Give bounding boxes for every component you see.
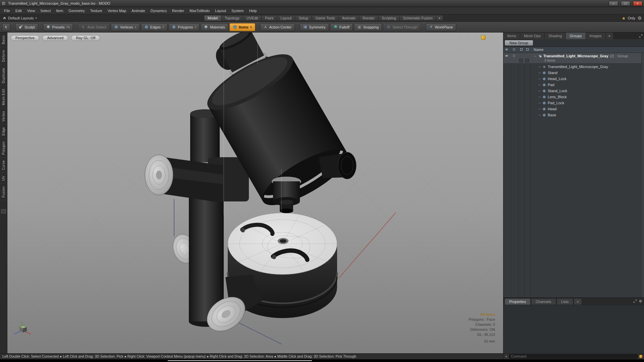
layout-tab-animate[interactable]: Animate [338,15,359,21]
sculpt-button[interactable]: Sculpt [15,23,38,31]
new-group-button[interactable]: New Group [504,40,533,46]
menu-edit[interactable]: Edit [13,7,24,14]
tab-mesh-ops[interactable]: Mesh Ops [520,33,545,39]
add-properties-tab-button[interactable]: + [574,298,582,305]
tree-item-lens-block[interactable]: Lens_Block [503,94,644,100]
gear-icon[interactable] [637,16,642,20]
menu-select[interactable]: Select [38,7,53,14]
view-type-button[interactable]: Perspective [11,35,39,41]
tree-item-stand[interactable]: Stand [503,70,644,76]
collapse-expander[interactable]: − [534,54,537,58]
lock-column-icon[interactable] [526,48,529,51]
filter-column-icon[interactable] [520,48,523,51]
tree-item-pad[interactable]: Pad [503,82,644,88]
visibility-column-eye-icon[interactable] [505,48,508,51]
viewport-settings-gear-icon[interactable] [488,35,494,40]
tree-item-transmitted-light-microscope-gray[interactable]: Transmitted_Light_Microscope_Gray [503,64,644,70]
tab-uv[interactable]: UV [0,173,7,184]
edges-mode-button[interactable]: Edges2 [141,23,167,31]
panel-expand-icon[interactable] [639,34,643,38]
vertices-mode-button[interactable]: Vertices1 [111,23,140,31]
tree-item-pad-lock[interactable]: Pad_Lock [503,100,644,106]
command-indicator[interactable] [639,355,643,358]
layout-tab-render[interactable]: Render [359,15,378,21]
maximize-button[interactable]: □ [621,1,630,6]
symmetry-button[interactable]: Symmetry [300,23,329,31]
tab-polygon[interactable]: Polygon [0,139,7,158]
properties-gear-icon[interactable] [639,299,642,303]
close-button[interactable]: × [633,1,642,6]
tab-groups[interactable]: Groups [566,33,586,39]
add-panel-tab-button[interactable]: + [606,33,613,39]
tab-fusion[interactable]: Fusion [0,184,7,200]
menu-maxtomodo[interactable]: MaxToModo [187,7,212,14]
eye-icon[interactable] [505,54,508,58]
layout-tab-schematic-fusion[interactable]: Schematic Fusion [399,15,436,21]
gl-shading-icon[interactable] [481,35,486,40]
tree-item-base[interactable]: Base [503,112,644,118]
layout-tab-game-tools[interactable]: Game Tools [312,15,338,21]
tab-edge[interactable]: Edge [0,124,7,138]
items-mode-button[interactable]: Items5 [229,23,255,31]
menu-geometry[interactable]: Geometry [66,7,87,14]
menu-help[interactable]: Help [247,7,260,14]
tree-item-head[interactable]: Head [503,106,644,112]
tree-item-head-lock[interactable]: Head_Lock [503,76,644,82]
tree-scrollbar[interactable] [641,53,644,297]
shading-mode-button[interactable]: Advanced [42,35,68,41]
properties-expand-icon[interactable] [633,299,637,303]
name-column-header[interactable]: Name [534,48,543,52]
workplane-button[interactable]: WorkPlane [426,23,457,31]
menu-view[interactable]: View [24,7,38,14]
layouts-dropdown[interactable]: Default Layouts ▾ [0,16,37,20]
tool-pointer-button[interactable] [2,23,10,31]
panel-drag-handle[interactable] [1,209,6,214]
tab-shading[interactable]: Shading [545,33,566,39]
layout-tab-layout[interactable]: Layout [277,15,295,21]
tab-images[interactable]: Images [586,33,606,39]
polygons-mode-button[interactable]: Polygons3 [168,23,200,31]
tab-duplicate[interactable]: Duplicate [0,65,7,86]
pan-icon[interactable] [458,35,463,40]
command-prompt-icon[interactable] [505,355,508,358]
tab-lists[interactable]: Lists [556,298,574,305]
orbit-icon[interactable] [465,35,471,40]
tree-item-stand-lock[interactable]: Stand_Lock [503,88,644,94]
tab-items[interactable]: Items [503,33,520,39]
tab-mesh-edit[interactable]: Mesh Edit [0,86,7,108]
tab-curve[interactable]: Curve [0,158,7,173]
select-through-button[interactable]: Select Through [383,23,421,31]
group-row[interactable]: − Transmitted_Light_Microscope_Gray (2) … [503,53,644,64]
tab-basic[interactable]: Basic [0,33,7,47]
checkbox-icon[interactable] [525,59,529,62]
action-center-button[interactable]: Action Center [260,23,295,31]
layout-tab-paint[interactable]: Paint [261,15,277,21]
menu-animate[interactable]: Animate [129,7,148,14]
layout-tab-uvedit[interactable]: UVEdit [243,15,261,21]
layout-tab-topology[interactable]: Topology [221,15,243,21]
layout-tab-model[interactable]: Model [204,15,221,21]
presets-button[interactable]: PresetsF6 [43,23,73,31]
render-column-icon[interactable] [512,48,516,51]
minimize-button[interactable]: – [609,1,618,6]
tab-channels[interactable]: Channels [531,298,556,305]
layout-tab-setup[interactable]: Setup [295,15,312,21]
auto-select-button[interactable]: Auto Select [78,23,109,31]
zoom-icon[interactable] [473,35,478,40]
render-visibility-icon[interactable] [512,54,516,58]
menu-system[interactable]: System [229,7,247,14]
menu-texture[interactable]: Texture [88,7,105,14]
materials-mode-button[interactable]: Materials [201,23,228,31]
falloff-button[interactable]: Falloff [330,23,353,31]
menu-render[interactable]: Render [169,7,187,14]
snapping-button[interactable]: Snapping [354,23,382,31]
tab-deform[interactable]: Deform [0,47,7,65]
viewport-menu-arrow-icon[interactable] [496,36,499,39]
add-layout-tab-button[interactable]: + [436,15,443,21]
tab-properties[interactable]: Properties [504,298,531,305]
menu-vertex-map[interactable]: Vertex Map [105,7,129,14]
menu-file[interactable]: File [1,7,13,14]
menu-layout[interactable]: Layout [212,7,229,14]
layout-tab-scripting[interactable]: Scripting [378,15,399,21]
3d-viewport[interactable]: Perspective Advanced Ray GL: Off No Item… [7,33,503,353]
